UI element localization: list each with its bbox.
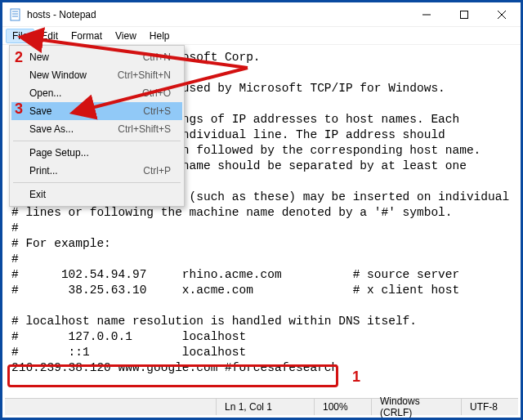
maximize-button[interactable] — [445, 2, 483, 27]
menu-item-label: Save As... — [29, 123, 74, 135]
menu-item-save-as[interactable]: Save As... Ctrl+Shift+S — [11, 120, 182, 138]
titlebar: hosts - Notepad — [2, 2, 521, 27]
menu-item-label: Exit — [29, 189, 46, 200]
menu-item-label: Open... — [29, 87, 61, 99]
menu-file[interactable]: File — [6, 29, 34, 43]
editor-line: # 127.0.0.1 localhost — [11, 330, 246, 343]
menu-item-label: Print... — [29, 165, 58, 176]
editor-line: # — [11, 252, 19, 266]
status-zoom: 100% — [314, 399, 371, 415]
menu-item-new[interactable]: New Ctrl+N — [11, 48, 182, 66]
editor-line: # For example: — [11, 237, 111, 250]
menu-item-shortcut: Ctrl+N — [143, 51, 171, 63]
menu-separator — [13, 141, 181, 141]
editor-line: # localhost name resolution is handled w… — [11, 315, 417, 328]
menu-item-save[interactable]: Save Ctrl+S — [11, 102, 182, 120]
file-menu-dropdown: New Ctrl+N New Window Ctrl+Shift+N Open.… — [9, 45, 185, 207]
menu-format[interactable]: Format — [65, 29, 109, 43]
close-button[interactable] — [483, 2, 521, 27]
menu-item-label: Page Setup... — [29, 147, 89, 159]
window-controls — [408, 2, 521, 27]
minimize-button[interactable] — [408, 2, 445, 27]
minimize-icon — [422, 11, 431, 19]
menu-item-label: New — [29, 51, 49, 63]
editor-line: # 102.54.94.97 rhino.acme.com # source s… — [11, 268, 459, 281]
notepad-icon — [9, 8, 22, 21]
menu-separator — [13, 182, 181, 183]
menu-item-label: Save — [29, 105, 51, 117]
menu-view[interactable]: View — [109, 29, 143, 43]
menu-item-page-setup[interactable]: Page Setup... — [11, 144, 182, 162]
maximize-icon — [460, 11, 468, 19]
menu-edit[interactable]: Edit — [34, 29, 65, 43]
menu-item-label: New Window — [29, 69, 87, 81]
editor-line: 216.239.38.120 www.google.com #forcesafe… — [11, 361, 338, 374]
menubar: File Edit Format View Help — [2, 27, 521, 45]
svg-rect-5 — [461, 11, 468, 18]
status-position: Ln 1, Col 1 — [216, 399, 314, 415]
menu-item-shortcut: Ctrl+S — [143, 105, 171, 117]
menu-item-exit[interactable]: Exit — [11, 185, 182, 203]
window-title: hosts - Notepad — [27, 9, 96, 20]
editor-line: # — [11, 221, 19, 235]
menu-item-open[interactable]: Open... Ctrl+O — [11, 84, 182, 102]
svg-rect-0 — [11, 9, 20, 20]
status-eol: Windows (CRLF) — [371, 399, 461, 415]
menu-item-shortcut: Ctrl+P — [143, 165, 171, 176]
editor-line: # 38.25.63.10 x.acme.com # x client host — [11, 284, 459, 297]
menu-item-shortcut: Ctrl+Shift+S — [118, 123, 171, 135]
statusbar: Ln 1, Col 1 100% Windows (CRLF) UTF-8 — [5, 398, 518, 415]
editor-line: # lines or following the machine name de… — [11, 206, 453, 219]
menu-item-shortcut: Ctrl+O — [142, 87, 171, 99]
close-icon — [498, 11, 506, 19]
menu-help[interactable]: Help — [143, 29, 177, 43]
menu-item-shortcut: Ctrl+Shift+N — [118, 69, 171, 81]
menu-item-new-window[interactable]: New Window Ctrl+Shift+N — [11, 66, 182, 84]
editor-line: # ::1 localhost — [11, 346, 246, 359]
menu-item-print[interactable]: Print... Ctrl+P — [11, 162, 182, 180]
status-encoding: UTF-8 — [461, 399, 518, 415]
